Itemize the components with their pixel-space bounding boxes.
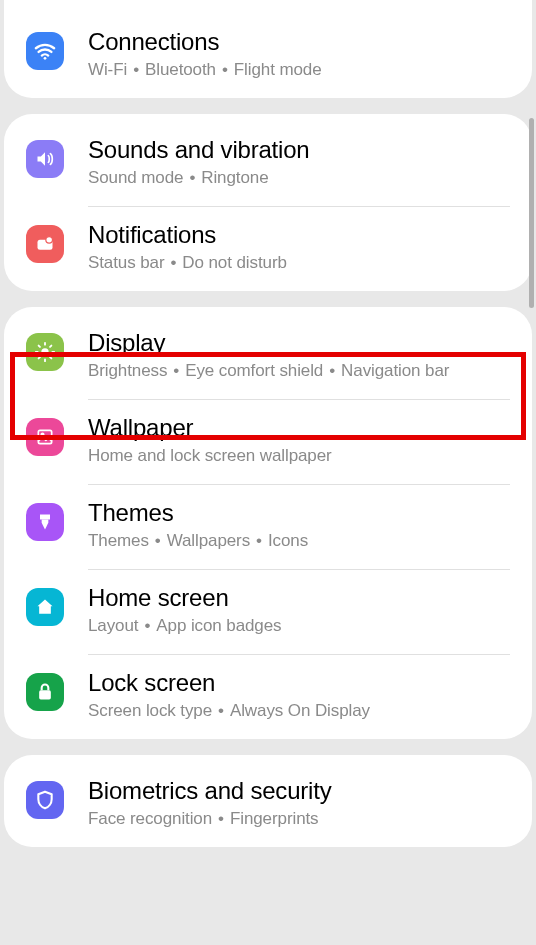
item-description: Brightness•Eye comfort shield•Navigation… xyxy=(88,361,510,381)
separator-dot: • xyxy=(171,253,177,272)
separator-dot: • xyxy=(173,361,179,380)
desc-part: Navigation bar xyxy=(341,361,449,380)
desc-part: Bluetooth xyxy=(145,60,216,79)
settings-group: ConnectionsWi-Fi•Bluetooth•Flight mode xyxy=(4,0,532,98)
wifi-icon xyxy=(26,32,64,70)
desc-part: Brightness xyxy=(88,361,167,380)
separator-dot: • xyxy=(329,361,335,380)
settings-group: DisplayBrightness•Eye comfort shield•Nav… xyxy=(4,307,532,739)
item-description: Layout•App icon badges xyxy=(88,616,510,636)
settings-item-lockscreen[interactable]: Lock screenScreen lock type•Always On Di… xyxy=(4,655,532,739)
home-icon xyxy=(26,588,64,626)
settings-item-homescreen[interactable]: Home screenLayout•App icon badges xyxy=(4,570,532,654)
svg-line-10 xyxy=(39,357,40,358)
settings-item-notifications[interactable]: NotificationsStatus bar•Do not disturb xyxy=(4,207,532,291)
settings-item-themes[interactable]: ThemesThemes•Wallpapers•Icons xyxy=(4,485,532,569)
svg-line-9 xyxy=(50,357,51,358)
svg-point-3 xyxy=(41,348,48,355)
item-title: Display xyxy=(88,329,510,357)
desc-part: Eye comfort shield xyxy=(185,361,323,380)
item-title: Home screen xyxy=(88,584,510,612)
themes-icon xyxy=(26,503,64,541)
desc-part: Ringtone xyxy=(201,168,268,187)
item-content: Biometrics and securityFace recognition•… xyxy=(88,777,510,829)
desc-part: Fingerprints xyxy=(230,809,319,828)
item-content: DisplayBrightness•Eye comfort shield•Nav… xyxy=(88,329,510,381)
item-content: Sounds and vibrationSound mode•Ringtone xyxy=(88,136,510,188)
separator-dot: • xyxy=(144,616,150,635)
desc-part: Layout xyxy=(88,616,138,635)
item-title: Biometrics and security xyxy=(88,777,510,805)
svg-line-11 xyxy=(50,346,51,347)
desc-part: Status bar xyxy=(88,253,165,272)
desc-part: Face recognition xyxy=(88,809,212,828)
desc-part: Do not disturb xyxy=(182,253,286,272)
desc-part: Themes xyxy=(88,531,149,550)
desc-part: Sound mode xyxy=(88,168,183,187)
desc-part: Screen lock type xyxy=(88,701,212,720)
desc-part: Icons xyxy=(268,531,308,550)
settings-group: Sounds and vibrationSound mode•RingtoneN… xyxy=(4,114,532,291)
item-title: Wallpaper xyxy=(88,414,510,442)
brightness-icon xyxy=(26,333,64,371)
desc-part: Home and lock screen wallpaper xyxy=(88,446,332,465)
item-description: Face recognition•Fingerprints xyxy=(88,809,510,829)
item-description: Wi-Fi•Bluetooth•Flight mode xyxy=(88,60,510,80)
item-title: Connections xyxy=(88,28,510,56)
item-content: Home screenLayout•App icon badges xyxy=(88,584,510,636)
separator-dot: • xyxy=(222,60,228,79)
settings-item-wallpaper[interactable]: WallpaperHome and lock screen wallpaper xyxy=(4,400,532,484)
separator-dot: • xyxy=(218,701,224,720)
item-title: Sounds and vibration xyxy=(88,136,510,164)
item-content: ThemesThemes•Wallpapers•Icons xyxy=(88,499,510,551)
svg-point-0 xyxy=(44,57,47,60)
wallpaper-icon xyxy=(26,418,64,456)
desc-part: Wallpapers xyxy=(167,531,250,550)
separator-dot: • xyxy=(133,60,139,79)
item-description: Home and lock screen wallpaper xyxy=(88,446,510,466)
item-title: Themes xyxy=(88,499,510,527)
svg-line-8 xyxy=(39,346,40,347)
svg-point-2 xyxy=(46,237,53,244)
separator-dot: • xyxy=(155,531,161,550)
sound-icon xyxy=(26,140,64,178)
item-description: Screen lock type•Always On Display xyxy=(88,701,510,721)
item-description: Sound mode•Ringtone xyxy=(88,168,510,188)
desc-part: Flight mode xyxy=(234,60,322,79)
item-title: Notifications xyxy=(88,221,510,249)
item-description: Status bar•Do not disturb xyxy=(88,253,510,273)
separator-dot: • xyxy=(218,809,224,828)
svg-point-13 xyxy=(41,433,44,436)
separator-dot: • xyxy=(189,168,195,187)
settings-item-display[interactable]: DisplayBrightness•Eye comfort shield•Nav… xyxy=(4,307,532,399)
settings-group: Biometrics and securityFace recognition•… xyxy=(4,755,532,847)
item-content: NotificationsStatus bar•Do not disturb xyxy=(88,221,510,273)
settings-item-connections[interactable]: ConnectionsWi-Fi•Bluetooth•Flight mode xyxy=(4,6,532,98)
notif-icon xyxy=(26,225,64,263)
item-content: Lock screenScreen lock type•Always On Di… xyxy=(88,669,510,721)
item-content: WallpaperHome and lock screen wallpaper xyxy=(88,414,510,466)
item-title: Lock screen xyxy=(88,669,510,697)
desc-part: Wi-Fi xyxy=(88,60,127,79)
item-description: Themes•Wallpapers•Icons xyxy=(88,531,510,551)
svg-rect-12 xyxy=(38,430,51,443)
settings-item-sounds[interactable]: Sounds and vibrationSound mode•Ringtone xyxy=(4,114,532,206)
shield-icon xyxy=(26,781,64,819)
desc-part: Always On Display xyxy=(230,701,370,720)
settings-item-biometrics[interactable]: Biometrics and securityFace recognition•… xyxy=(4,755,532,847)
lock-icon xyxy=(26,673,64,711)
separator-dot: • xyxy=(256,531,262,550)
svg-rect-14 xyxy=(39,690,51,699)
desc-part: App icon badges xyxy=(156,616,281,635)
item-content: ConnectionsWi-Fi•Bluetooth•Flight mode xyxy=(88,28,510,80)
